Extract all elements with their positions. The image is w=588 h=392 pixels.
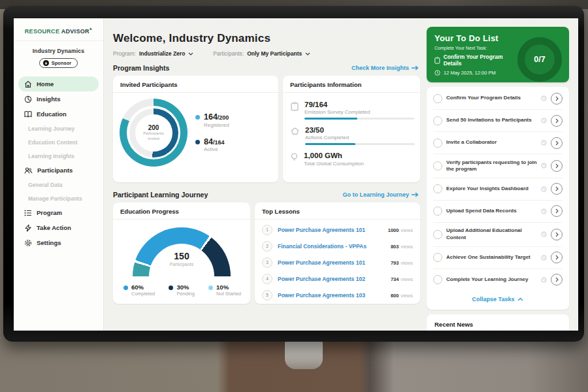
logo-plus: + [90,27,92,31]
sidebar-item-settings[interactable]: Settings [18,235,99,250]
task-label: Achieve One Sustainability Target [446,254,537,261]
stat-label: Actions Completed [305,135,415,140]
task-label: Send 50 Invitations to Participants [446,117,537,123]
legend-not-started: 10% Not Started [208,284,241,297]
lesson-link[interactable]: Power Purchase Agreements 101 [278,227,383,233]
go-to-learning-journey-link[interactable]: Go to Learning Journey [342,191,419,198]
lesson-link[interactable]: Power Purchase Agreements 102 [278,276,385,282]
task-open-button[interactable] [551,229,563,240]
lesson-link[interactable]: Power Purchase Agreements 101 [278,259,385,266]
program-insights-title: Program Insights [113,64,169,72]
check-more-insights-label: Check More Insights [351,65,409,71]
registered-total: /200 [218,114,229,121]
task-open-button[interactable] [551,252,563,263]
todo-next-task: Confirm Your Program Details [444,54,519,67]
filter-bar: Program: Industrialize Zero Participants… [113,50,420,57]
task-checkbox[interactable] [433,275,442,284]
task-checkbox[interactable] [433,184,442,193]
lesson-views-suffix: views [400,260,413,266]
top-lessons-title: Top Lessons [255,203,420,220]
task-open-button[interactable] [551,160,563,172]
lesson-views-count: 734 [391,276,399,282]
program-insights-header: Program Insights Check More Insights [113,64,419,72]
task-label: Complete Your Learning Journey [446,276,537,283]
task-checkbox[interactable] [433,94,442,103]
top-lessons-card: Top Lessons 1 Power Purchase Agreements … [255,203,420,304]
sidebar-nav: Home Insights Education Learning Journey… [14,76,103,250]
task-checkbox[interactable] [433,139,442,148]
sidebar-item-label: Take Action [37,224,71,231]
participants-filter-label: Participants: [213,50,244,57]
todo-summary-panel: Your To Do List Complete Your Next Task:… [427,27,569,82]
task-checkbox[interactable] [433,253,442,262]
stat-value: 1,000 GWh [304,152,364,160]
lesson-views-suffix: views [400,244,413,250]
sidebar-item-insights[interactable]: Insights [18,91,99,106]
task-open-button[interactable] [551,137,563,149]
sidebar-item-take-action[interactable]: Take Action [18,220,99,235]
lesson-link[interactable]: Power Purchase Agreements 103 [278,292,385,299]
task-checkbox[interactable] [433,206,442,216]
stat-emission-survey: 79/164 Emission Survey Completed [291,97,412,123]
resource-advisor-logo: RESOURCE ADVISOR+ [14,18,103,41]
lesson-rank: 1 [262,225,272,235]
progress-fill [304,118,357,120]
chevron-right-icon [555,208,559,214]
participants-filter[interactable]: Participants: Only My Participants [213,50,310,57]
participants-filter-value: Only My Participants [247,50,302,57]
insights-icon [24,95,32,103]
arrow-right-icon [412,65,419,71]
sidebar-item-education[interactable]: Education [18,106,99,122]
lesson-rank: 5 [262,290,272,301]
task-checkbox[interactable] [433,230,442,239]
sidebar-item-label: Education [37,110,67,118]
task-open-button[interactable] [551,93,563,105]
program-filter[interactable]: Program: Industrialize Zero [113,50,193,57]
stat-global-consumption: 1,000 GWh Total Global Consumption [291,148,412,172]
sidebar-item-participants[interactable]: Participants [18,163,99,178]
clock-icon [541,186,547,192]
todo-task-row: Upload Spend Data Records [433,201,563,223]
legend-completed: 60% Completed [123,284,155,297]
lesson-views-count: 1000 [388,227,399,233]
lightbulb-icon [291,153,298,162]
book-icon [24,110,32,118]
task-open-button[interactable] [551,183,563,195]
task-checkbox[interactable] [433,161,442,171]
arrow-right-icon [412,192,419,197]
sidebar-item-label: Participants [37,167,73,174]
todo-task-row: Complete Your Learning Journey [433,269,563,291]
stat-value: 79/164 [304,101,414,109]
lesson-views-suffix: views [400,276,413,282]
chevron-right-icon [555,96,559,101]
task-open-button[interactable] [551,115,563,127]
sidebar-item-learning-insights[interactable]: Learning Insights [18,149,99,163]
todo-task-row: Explore Your Insights Dashboard [433,178,563,201]
active-dot [195,140,200,144]
task-open-button[interactable] [551,205,563,217]
sidebar-item-label: Home [37,80,54,88]
clock-icon [434,70,440,76]
logo-resource: RESOURCE [25,28,59,35]
donut-legend: 164/200 Registered 84/164 Active [195,113,229,153]
chevron-right-icon [555,232,559,237]
recent-news-title: Recent News [434,321,561,328]
dashboard-screen: RESOURCE ADVISOR+ Industry Dynamics Spon… [14,18,578,331]
sidebar-item-general-data[interactable]: General Data [18,178,99,191]
lesson-link[interactable]: Financial Considerations - VPPAs [278,243,385,250]
sidebar-item-learning-journey[interactable]: Learning Journey [18,122,99,135]
task-open-button[interactable] [551,274,563,286]
sponsor-badge[interactable]: Sponsor [39,58,78,68]
completed-pct: 60% [131,284,155,291]
sidebar-item-program[interactable]: Program [18,205,99,220]
collapse-tasks-link[interactable]: Collapse Tasks [433,291,563,308]
sidebar-item-education-content[interactable]: Education Content [18,135,99,149]
sidebar-item-home[interactable]: Home [18,76,99,91]
pending-pct: 30% [176,284,195,291]
task-checkbox[interactable] [433,116,442,125]
check-more-insights-link[interactable]: Check More Insights [351,65,419,71]
program-insights-cards: Invited Participants 200 Participants In… [113,76,420,182]
clock-icon [541,255,547,261]
lesson-views-count: 803 [391,244,399,250]
sidebar-item-manage-participants[interactable]: Manage Participants [18,191,99,205]
